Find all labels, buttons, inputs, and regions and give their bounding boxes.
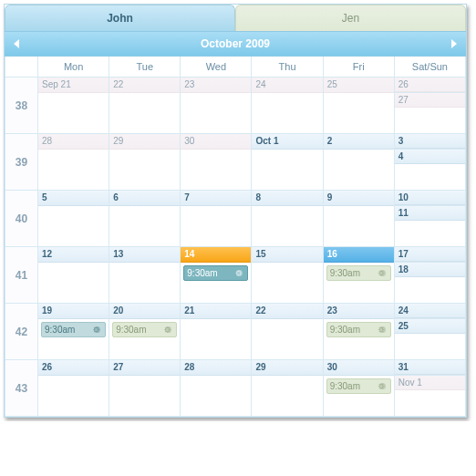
tab-jen[interactable]: Jen [235,5,466,31]
tab-john[interactable]: John [5,5,235,31]
date-label: 30 [324,360,394,376]
event-jen[interactable]: 9:30am [112,322,177,337]
event-jen[interactable]: 9:30am [326,378,391,394]
day-cell[interactable]: 169:30am [323,247,394,304]
day-cell[interactable]: Sep 21 [38,78,109,134]
day-cell[interactable]: 25 [323,78,394,134]
week-row: 39282930Oct 1234 [5,134,466,191]
date-label: 5 [38,191,109,206]
day-cell[interactable]: 9 [323,191,394,247]
month-header: October 2009 [5,31,466,57]
weekend-cell[interactable]: 1011 [394,191,465,247]
week-number: 40 [5,191,38,247]
day-cell[interactable]: Oct 1 [252,134,323,191]
day-body [324,206,394,246]
day-body [252,319,322,359]
day-cell[interactable]: 8 [252,191,323,247]
event-time: 9:30am [116,325,146,335]
day-cell[interactable]: 22 [252,304,323,360]
day-cell[interactable]: 2 [323,134,394,191]
date-label: 23 [181,78,251,93]
week-number: 41 [5,247,38,304]
day-body [38,376,109,416]
event-john[interactable]: 9:30am [183,265,248,281]
event-jen[interactable]: 9:30am [326,265,391,281]
weekend-cell[interactable]: 34 [394,134,465,191]
day-body [181,150,251,190]
day-cell[interactable]: 13 [109,247,181,304]
day-body: 9:30am [38,319,109,359]
day-body: 9:30am [181,263,251,303]
col-tue: Tue [109,57,181,78]
day-body [109,206,180,246]
week-number: 42 [5,304,38,360]
date-label: 24 [395,304,465,318]
col-weekend: Sat/Sun [394,57,465,78]
date-label: 10 [395,191,465,205]
col-fri: Fri [323,57,394,78]
week-row: 38Sep 21222324252627 [5,78,466,134]
date-label: 20 [109,304,180,319]
day-body [252,263,322,303]
day-cell[interactable]: 30 [181,134,252,191]
day-cell[interactable]: 209:30am [109,304,181,360]
day-cell[interactable]: 149:30am [181,247,252,304]
event-john[interactable]: 9:30am [41,322,106,337]
day-body [324,93,394,133]
day-body [38,206,109,246]
date-label: 12 [38,247,109,263]
week-number: 39 [5,134,38,191]
day-body: 9:30am [324,376,394,416]
day-cell[interactable]: 23 [181,78,252,134]
month-title: October 2009 [201,37,270,50]
week-row: 40567891011 [5,191,466,247]
day-cell[interactable]: 27 [109,360,181,417]
week-row: 4326272829309:30am31Nov 1 [5,360,466,417]
date-label: 21 [181,304,251,319]
date-label: Sep 21 [38,78,109,93]
day-body [109,263,180,303]
day-cell[interactable]: 7 [181,191,252,247]
day-body [252,93,322,133]
date-label: 25 [324,78,394,93]
day-cell[interactable]: 239:30am [323,304,394,360]
day-cell[interactable]: 29 [109,134,181,191]
day-body [181,93,251,133]
day-cell[interactable]: 22 [109,78,181,134]
day-body [181,376,251,416]
day-cell[interactable]: 29 [252,360,323,417]
day-cell[interactable]: 309:30am [323,360,394,417]
date-label: 30 [181,134,251,150]
day-cell[interactable]: 6 [109,191,181,247]
date-label: 22 [252,304,322,319]
reminder-icon [378,268,388,278]
event-jen[interactable]: 9:30am [326,322,391,337]
weekend-cell[interactable]: 1718 [394,247,465,304]
day-cell[interactable]: 5 [38,191,109,247]
week-row: 411213149:30am15169:30am1718 [5,247,466,304]
next-month-icon[interactable] [451,39,457,48]
weekend-cell[interactable]: 2425 [394,304,465,360]
day-body [38,150,109,190]
day-cell[interactable]: 21 [181,304,252,360]
day-cell[interactable]: 15 [252,247,323,304]
day-cell[interactable]: 24 [252,78,323,134]
day-cell[interactable]: 199:30am [38,304,109,360]
prev-month-icon[interactable] [14,39,19,48]
reminder-icon [378,381,388,391]
day-body [38,263,109,303]
day-body [324,150,394,190]
day-cell[interactable]: 28 [181,360,252,417]
day-cell[interactable]: 26 [38,360,109,417]
day-cell[interactable]: 12 [38,247,109,304]
reminder-icon [92,325,102,335]
day-body [109,93,180,133]
weekend-cell[interactable]: 2627 [394,78,465,134]
weekend-cell[interactable]: 31Nov 1 [394,360,465,417]
date-label: 16 [324,247,394,263]
date-label: 29 [252,360,322,376]
date-label: 18 [395,263,465,277]
day-cell[interactable]: 28 [38,134,109,191]
reminder-icon [163,325,173,335]
day-body [252,150,322,190]
